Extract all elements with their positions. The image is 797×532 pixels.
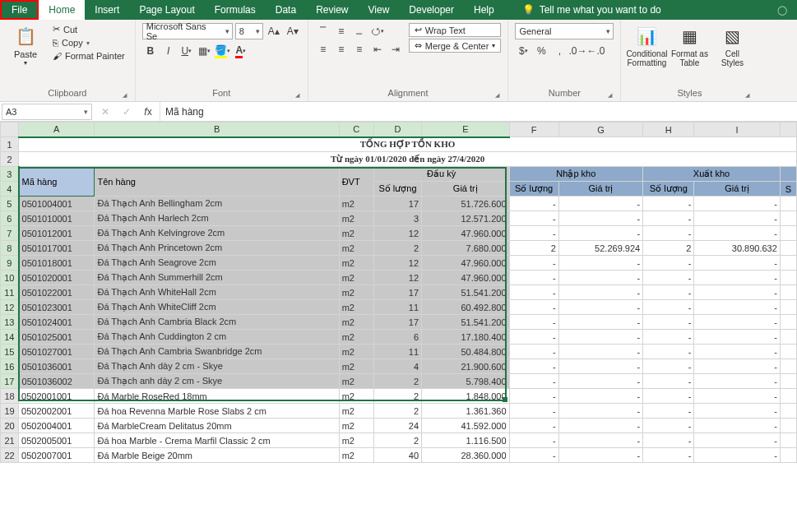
number-format-select[interactable]: General (515, 23, 614, 39)
align-bottom-icon[interactable]: ⎽ (351, 23, 368, 39)
group-font: Microsoft Sans Se 8 A▴ A▾ B I U▾ ▦▾ 🪣▾ A… (136, 20, 308, 101)
format-painter-label: Format Painter (65, 51, 125, 61)
table-row[interactable]: 170501036002Đá Thạch anh dày 2 cm - Skye… (1, 374, 797, 389)
name-box[interactable]: A3 (2, 104, 92, 120)
increase-decimal-icon[interactable]: .0→ (569, 43, 586, 59)
fill-color-button[interactable]: 🪣▾ (215, 43, 231, 59)
spreadsheet-grid[interactable]: A B C D E F G H I 1TỔNG HỢP TỒN KHO 2Từ … (0, 122, 797, 463)
copy-label: Copy (62, 38, 83, 48)
col-A[interactable]: A (19, 123, 95, 137)
tab-help[interactable]: Help (464, 0, 504, 20)
paste-label: Paste (14, 49, 37, 59)
brush-icon: 🖌 (53, 51, 62, 61)
table-row[interactable]: 200502004001Đá MarbleCream Delitatus 20m… (1, 419, 797, 433)
align-middle-icon[interactable]: ≡ (333, 23, 350, 39)
table-row[interactable]: 90501018001Đá Thạch Anh Seagrove 2cmm212… (1, 256, 797, 271)
copy-icon: ⎘ (53, 38, 58, 48)
cut-button[interactable]: ✂Cut (49, 23, 128, 35)
logo-icon: ◯ (777, 5, 787, 16)
column-headers[interactable]: A B C D E F G H I (1, 123, 797, 137)
col-J[interactable] (780, 123, 796, 137)
fx-icon[interactable]: fx (140, 104, 156, 120)
conditional-formatting-button[interactable]: 📊Conditional Formatting (628, 23, 665, 67)
tab-formulas[interactable]: Formulas (205, 0, 266, 20)
cell-styles-label: Cell Styles (713, 49, 751, 67)
table-row[interactable]: 190502002001Đá hoa Revenna Marble Rose S… (1, 404, 797, 419)
underline-button[interactable]: U▾ (178, 43, 195, 59)
enter-formula-icon[interactable]: ✓ (118, 104, 135, 120)
align-right-icon[interactable]: ≡ (351, 41, 368, 58)
select-all-corner[interactable] (1, 123, 19, 137)
col-H[interactable]: H (643, 123, 694, 137)
formula-input[interactable]: Mã hàng (160, 102, 797, 121)
font-name-select[interactable]: Microsoft Sans Se (142, 23, 233, 39)
col-E[interactable]: E (422, 123, 509, 137)
merge-icon: ⇔ (415, 40, 422, 51)
font-size-select[interactable]: 8 (235, 23, 263, 39)
decrease-font-icon[interactable]: A▾ (285, 23, 301, 39)
align-center-icon[interactable]: ≡ (333, 41, 350, 58)
borders-button[interactable]: ▦▾ (197, 43, 213, 59)
italic-button[interactable]: I (160, 43, 177, 59)
tab-view[interactable]: View (359, 0, 400, 20)
table-row[interactable]: 220502007001Đá Marble Beige 20mmm24028.3… (1, 448, 797, 463)
table-row[interactable]: 60501010001Đá Thạch Anh Harlech 2cmm2312… (1, 211, 797, 226)
copy-button[interactable]: ⎘Copy▾ (49, 37, 128, 49)
col-G[interactable]: G (558, 123, 642, 137)
table-row[interactable]: 70501012001Đá Thạch Anh Kelvingrove 2cmm… (1, 226, 797, 241)
col-I[interactable]: I (694, 123, 780, 137)
row-1[interactable]: 1TỔNG HỢP TỒN KHO (1, 137, 797, 152)
header-ten: Tên hàng (95, 167, 339, 197)
table-row[interactable]: 210502005001Đá hoa Marble - Crema Marfil… (1, 433, 797, 448)
increase-indent-icon[interactable]: ⇥ (387, 41, 404, 58)
cancel-formula-icon[interactable]: ✕ (97, 104, 114, 120)
comma-format-icon[interactable]: , (551, 43, 568, 59)
merge-center-button[interactable]: ⇔Merge & Center▾ (409, 39, 502, 53)
tab-insert[interactable]: Insert (85, 0, 129, 20)
orientation-icon[interactable]: ⭯▾ (369, 23, 386, 39)
bold-button[interactable]: B (142, 43, 159, 59)
table-row[interactable]: 150501027001Đá Thạch Anh Cambria Swanbri… (1, 345, 797, 359)
row-3[interactable]: 3 Mã hàng Tên hàng ĐVT Đầu kỳ Nhập kho X… (1, 167, 797, 182)
table-row[interactable]: 120501023001Đá Thạch Anh WhiteCliff 2cmm… (1, 300, 797, 315)
format-as-table-button[interactable]: ▦Format as Table (670, 23, 708, 67)
tab-review[interactable]: Review (306, 0, 358, 20)
align-left-icon[interactable]: ≡ (315, 41, 331, 58)
table-row[interactable]: 140501025001Đá Thạch Anh Cuddington 2 cm… (1, 330, 797, 345)
table-row[interactable]: 160501036001Đá Thạch Anh dày 2 cm - Skye… (1, 359, 797, 374)
accounting-format-icon[interactable]: $▾ (515, 43, 531, 59)
col-C[interactable]: C (339, 123, 373, 137)
format-painter-button[interactable]: 🖌Format Painter (49, 50, 128, 62)
percent-format-icon[interactable]: % (533, 43, 549, 59)
tab-file[interactable]: File (0, 0, 39, 20)
paste-button[interactable]: 📋 Paste ▾ (7, 23, 44, 67)
font-color-button[interactable]: A▾ (233, 43, 249, 59)
group-label-number: Number (515, 86, 614, 101)
table-row[interactable]: 110501022001Đá Thạch Anh WhiteHall 2cmm2… (1, 285, 797, 300)
increase-font-icon[interactable]: A▴ (266, 23, 282, 39)
decrease-decimal-icon[interactable]: ←.0 (587, 43, 604, 59)
tab-home[interactable]: Home (39, 0, 85, 20)
tab-page-layout[interactable]: Page Layout (129, 0, 204, 20)
wrap-text-button[interactable]: ↩Wrap Text (409, 23, 502, 37)
tab-data[interactable]: Data (266, 0, 306, 20)
cut-label: Cut (63, 25, 77, 35)
table-row[interactable]: 80501017001Đá Thạch Anh Princetown 2cmm2… (1, 241, 797, 256)
col-D[interactable]: D (373, 123, 421, 137)
paste-icon: 📋 (14, 25, 37, 48)
col-F[interactable]: F (509, 123, 558, 137)
cell-styles-icon: ▧ (721, 25, 744, 48)
align-top-icon[interactable]: ⎺ (315, 23, 331, 39)
table-row[interactable]: 50501004001Đá Thạch Anh Bellingham 2cmm2… (1, 197, 797, 211)
group-number: General $▾ % , .0→ ←.0 Number (508, 20, 621, 101)
col-B[interactable]: B (95, 123, 339, 137)
row-2[interactable]: 2Từ ngày 01/01/2020 đến ngày 27/4/2020 (1, 152, 797, 167)
table-row[interactable]: 100501020001Đá Thạch Anh Summerhill 2cmm… (1, 271, 797, 285)
table-row[interactable]: 130501024001Đá Thạch Anh Cambria Black 2… (1, 315, 797, 330)
ribbon-tabs: File Home Insert Page Layout Formulas Da… (0, 0, 797, 20)
table-row[interactable]: 180502001001Đá Marble RoseRed 18mmm221.8… (1, 389, 797, 404)
decrease-indent-icon[interactable]: ⇤ (369, 41, 386, 58)
tell-me-search[interactable]: 💡 Tell me what you want to do (512, 0, 671, 20)
cell-styles-button[interactable]: ▧Cell Styles (713, 23, 751, 67)
tab-developer[interactable]: Developer (399, 0, 464, 20)
